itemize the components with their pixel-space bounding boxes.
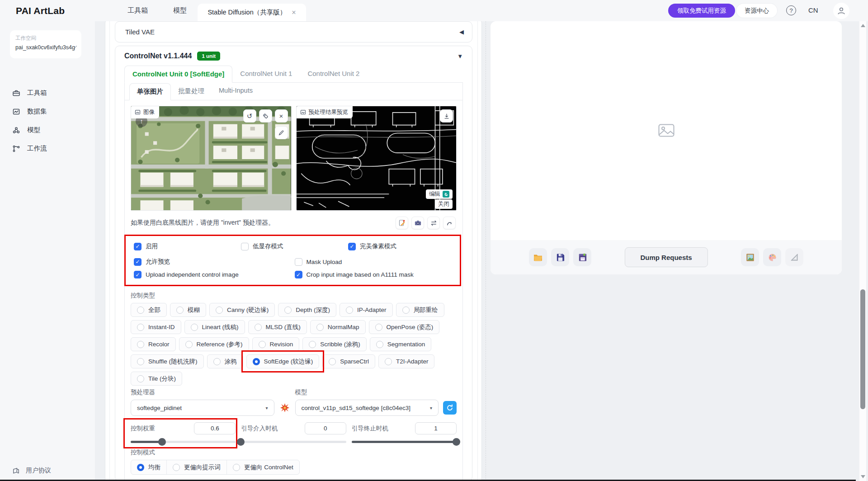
slider-thumb[interactable]: [237, 438, 245, 446]
source-image-canvas[interactable]: 图像 ↑ ↺ ×: [131, 106, 292, 211]
control-type-option[interactable]: SparseCtrl: [322, 354, 375, 368]
guidance-start-input[interactable]: [305, 422, 346, 434]
control-type-option[interactable]: Depth (深度): [278, 303, 336, 317]
control-type-option[interactable]: 涂鸦: [207, 354, 243, 368]
guidance-end-input[interactable]: [415, 422, 457, 434]
control-type-option[interactable]: Shuffle (随机洗牌): [131, 354, 204, 368]
checkbox-icon[interactable]: [348, 243, 356, 250]
control-type-option[interactable]: 局部重绘: [396, 303, 444, 317]
checkbox-icon[interactable]: [134, 243, 142, 250]
edit-doc-icon[interactable]: [396, 217, 408, 229]
open-folder-button[interactable]: [529, 248, 547, 266]
nav-model[interactable]: 模型: [173, 6, 187, 15]
language-toggle[interactable]: CN: [808, 6, 818, 14]
control-type-option[interactable]: Segmentation: [370, 337, 431, 351]
scroll-up-icon[interactable]: [861, 24, 865, 27]
tiled-vae-accordion[interactable]: Tiled VAE ◀: [115, 21, 472, 42]
checkbox-icon[interactable]: [241, 243, 249, 250]
swap-icon[interactable]: [427, 217, 440, 229]
scrollbar-thumb[interactable]: [860, 289, 865, 409]
tab-unit-1[interactable]: ControlNet Unit 1: [232, 66, 300, 83]
control-type-option[interactable]: MLSD (直线): [248, 320, 307, 334]
sidebar-item-workflow[interactable]: 工作流: [0, 139, 95, 158]
tab-stable-diffusion[interactable]: Stable Diffusion（共享版） ×: [198, 4, 306, 21]
control-type-option[interactable]: 模糊: [170, 303, 206, 317]
send-to-inpaint-button[interactable]: [763, 248, 781, 266]
tab-unit-2[interactable]: ControlNet Unit 2: [300, 66, 367, 83]
tab-unit-0[interactable]: ControlNet Unit 0 [SoftEdge]: [124, 66, 232, 83]
control-weight-slider[interactable]: [131, 441, 236, 443]
control-type-option[interactable]: NormalMap: [310, 320, 366, 334]
guidance-start-slider[interactable]: [241, 441, 346, 443]
save-button[interactable]: [551, 248, 569, 266]
collapse-left-icon[interactable]: ◀: [459, 28, 464, 35]
model-select[interactable]: control_v11p_sd15_softedge [c8c04ec3] ▾: [295, 400, 439, 416]
edit-in-photopea-button[interactable]: 编辑: [426, 189, 453, 199]
refresh-models-button[interactable]: [443, 401, 457, 415]
vertical-scrollbar[interactable]: [859, 21, 866, 481]
control-type-option[interactable]: T2I-Adapter: [378, 354, 434, 368]
dump-requests-button[interactable]: Dump Requests: [624, 247, 708, 267]
close-image-icon[interactable]: ×: [275, 109, 288, 123]
slider-thumb[interactable]: [453, 438, 460, 446]
control-type-option[interactable]: Recolor: [131, 337, 176, 351]
eraser-icon[interactable]: [259, 109, 272, 123]
resource-center-button[interactable]: 资源中心: [736, 4, 777, 18]
checkbox-pixel-perfect[interactable]: 完美像素模式: [348, 242, 455, 250]
control-type-option[interactable]: Lineart (线稿): [184, 320, 245, 334]
nav-toolbox[interactable]: 工具箱: [127, 6, 148, 15]
checkbox-icon[interactable]: [134, 258, 142, 266]
control-type-option[interactable]: Revision: [252, 337, 300, 351]
control-mode-controlnet[interactable]: 更偏向 ControlNet: [226, 460, 299, 474]
control-type-option[interactable]: Tile (分块): [131, 372, 182, 386]
checkbox-independent-control[interactable]: Upload independent control image: [134, 271, 295, 278]
sidebar-item-model[interactable]: 模型: [0, 121, 95, 139]
workspace-selector[interactable]: 工作空间 pai_sxak0cv6xifyfu3s4g: [10, 30, 81, 58]
scroll-down-icon[interactable]: [861, 475, 865, 478]
control-type-option[interactable]: Canny (硬边缘): [209, 303, 275, 317]
undo-icon[interactable]: ↺: [243, 109, 256, 123]
send-to-img-button[interactable]: [741, 248, 759, 266]
control-type-option-softedge-highlighted[interactable]: SoftEdge (软边缘): [246, 354, 320, 368]
tab-single-image[interactable]: 单张图片: [129, 83, 171, 100]
checkbox-lowvram[interactable]: 低显存模式: [241, 242, 348, 250]
control-weight-input[interactable]: [194, 422, 236, 434]
help-icon[interactable]: ?: [786, 5, 796, 15]
checkbox-mask-upload[interactable]: Mask Upload: [295, 258, 456, 266]
checkbox-allow-preview[interactable]: 允许预览: [134, 258, 295, 266]
run-preprocessor-icon[interactable]: [279, 400, 291, 416]
user-avatar[interactable]: [833, 3, 849, 19]
checkbox-enable[interactable]: 启用: [134, 242, 241, 250]
control-mode-balanced[interactable]: 均衡: [131, 460, 166, 474]
control-mode-prompt[interactable]: 更偏向提示词: [166, 460, 226, 474]
guidance-end-slider[interactable]: [352, 441, 457, 443]
control-type-option[interactable]: IP-Adapter: [340, 303, 393, 317]
download-icon[interactable]: [440, 109, 453, 123]
send-arrow-icon[interactable]: [443, 217, 456, 229]
brush-icon[interactable]: [275, 126, 288, 139]
checkbox-icon[interactable]: [134, 271, 142, 278]
collapse-down-icon[interactable]: ▼: [457, 53, 463, 60]
send-to-extras-button[interactable]: [785, 248, 803, 266]
tab-multi-inputs[interactable]: Multi-Inputs: [212, 83, 260, 100]
sidebar-item-dataset[interactable]: 数据集: [0, 102, 95, 121]
close-icon[interactable]: ×: [292, 9, 296, 17]
control-type-option[interactable]: Reference (参考): [179, 337, 249, 351]
close-preview-button[interactable]: 关闭: [435, 199, 453, 209]
claim-trial-button[interactable]: 领取免费试用资源: [668, 4, 735, 18]
preprocessor-select[interactable]: softedge_pidinet ▾: [131, 400, 274, 416]
tab-batch[interactable]: 批量处理: [171, 83, 212, 100]
control-type-option[interactable]: 全部: [131, 303, 167, 317]
checkbox-icon[interactable]: [295, 271, 302, 278]
sidebar-item-toolbox[interactable]: 工具箱: [0, 84, 95, 102]
checkbox-crop-a1111[interactable]: Crop input image based on A1111 mask: [295, 271, 456, 278]
control-type-option[interactable]: Scribble (涂鸦): [302, 337, 367, 351]
user-agreement-link[interactable]: 用户协议: [12, 467, 51, 475]
checkbox-icon[interactable]: [295, 258, 302, 266]
save-zip-button[interactable]: [573, 248, 591, 266]
control-type-option[interactable]: Instant-ID: [131, 320, 181, 334]
control-type-option[interactable]: OpenPose (姿态): [369, 320, 440, 334]
camera-icon[interactable]: [411, 217, 424, 229]
preprocessor-preview-canvas[interactable]: 预处理结果预览 编辑: [296, 106, 457, 211]
slider-thumb[interactable]: [158, 438, 166, 446]
